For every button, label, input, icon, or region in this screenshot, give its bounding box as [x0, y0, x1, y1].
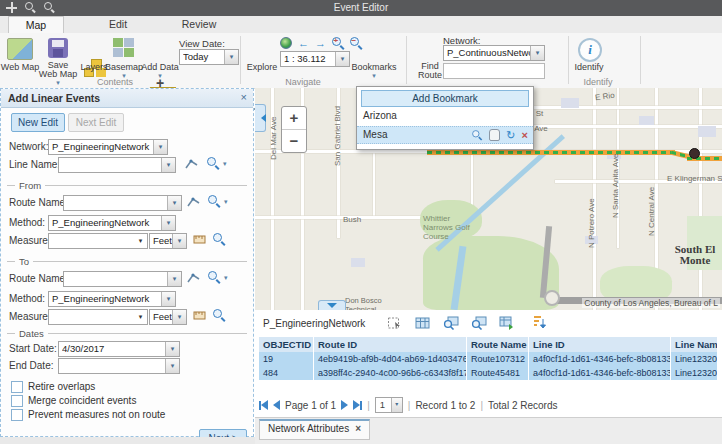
- last-page-button[interactable]: [353, 400, 362, 410]
- first-page-button[interactable]: [259, 400, 268, 410]
- line-zoom-icon[interactable]: [207, 157, 219, 169]
- attribute-table-icon[interactable]: [415, 316, 430, 330]
- map-zoom-in-button[interactable]: +: [282, 107, 306, 129]
- save-web-map-button[interactable]: Save Web Map: [38, 61, 78, 79]
- tab-map[interactable]: Map: [8, 16, 64, 34]
- retire-overlaps-checkbox[interactable]: [11, 381, 23, 393]
- chevron-down-icon[interactable]: ▾: [167, 196, 181, 210]
- web-map-button[interactable]: Web Map: [0, 63, 40, 72]
- chevron-down-icon[interactable]: ▾: [165, 359, 179, 373]
- select-line-on-map-icon[interactable]: [185, 158, 199, 170]
- from-unit-select[interactable]: Feet▾: [149, 233, 187, 249]
- column-header[interactable]: Line ID: [529, 337, 671, 353]
- tab-close-icon[interactable]: ×: [355, 423, 361, 434]
- route-search-input[interactable]: [443, 63, 545, 79]
- chevron-down-icon[interactable]: ▾: [335, 52, 349, 66]
- scale-select[interactable]: 1 : 36.112▾: [280, 51, 350, 67]
- chevron-down-icon[interactable]: ▾: [172, 310, 186, 324]
- identify-icon[interactable]: i: [578, 38, 602, 62]
- explore-button[interactable]: Explore: [244, 63, 280, 72]
- basemap-icon[interactable]: [113, 38, 135, 58]
- save-web-map-icon[interactable]: [48, 38, 68, 58]
- chevron-down-icon[interactable]: ▾: [530, 46, 544, 60]
- new-edit-button[interactable]: New Edit: [11, 113, 65, 132]
- line-name-field[interactable]: ▾: [58, 157, 176, 173]
- bookmark-refresh-icon[interactable]: ↻: [506, 130, 515, 140]
- tab-network-attributes[interactable]: Network Attributes×: [259, 419, 370, 440]
- bookmarks-button[interactable]: Bookmarks: [350, 63, 398, 72]
- chevron-down-icon[interactable]: ▾: [161, 158, 175, 172]
- to-route-name-field[interactable]: ▾: [63, 271, 182, 287]
- chevron-down-icon[interactable]: ▾: [167, 272, 181, 286]
- column-header[interactable]: OBJECTID: [259, 337, 314, 353]
- zoom-to-selection-icon[interactable]: [443, 316, 459, 330]
- to-route-zoom-dropdown-icon[interactable]: ▾: [224, 275, 228, 281]
- measure-ruler-icon[interactable]: [193, 234, 206, 245]
- chevron-down-icon[interactable]: ▾: [134, 310, 147, 324]
- end-date-field[interactable]: ▾: [58, 358, 180, 374]
- bookmark-pan-icon[interactable]: [489, 129, 500, 141]
- bookmark-zoom-icon[interactable]: [473, 130, 483, 140]
- network-select[interactable]: P_ContinuousNetwork▾: [443, 45, 545, 61]
- chevron-down-icon[interactable]: ▾: [161, 292, 175, 306]
- line-zoom-dropdown-icon[interactable]: ▾: [223, 161, 227, 167]
- zoom-out-tool-icon[interactable]: −: [350, 37, 362, 49]
- bookmark-item[interactable]: Arizona: [357, 108, 533, 124]
- table-collapse-arrow[interactable]: [318, 300, 346, 310]
- chevron-down-icon[interactable]: ▾: [391, 398, 402, 412]
- view-date-select[interactable]: Today▾: [179, 49, 239, 65]
- chevron-down-icon[interactable]: ▾: [165, 342, 179, 356]
- network-field[interactable]: P_EngineeringNetwork▾: [48, 139, 168, 155]
- to-route-zoom-icon[interactable]: [208, 271, 220, 283]
- chevron-down-icon[interactable]: ▾: [172, 234, 186, 248]
- zoom-in-tool-icon[interactable]: +: [332, 37, 344, 49]
- identify-button[interactable]: Identify: [570, 63, 608, 72]
- map-zoom-out-button[interactable]: −: [282, 129, 306, 152]
- panel-collapse-arrow[interactable]: [255, 104, 266, 132]
- table-row[interactable]: 484 a398ff4c-2940-4c00-96b6-c6343f8f1711…: [259, 366, 718, 381]
- bookmarks-dropdown-icon[interactable]: ▾: [350, 73, 398, 79]
- from-measure-field[interactable]: ▾: [48, 233, 148, 249]
- to-measure-zoom-icon[interactable]: [213, 309, 225, 321]
- previous-extent-icon[interactable]: ←: [298, 38, 309, 48]
- web-map-icon[interactable]: [7, 38, 33, 60]
- start-date-field[interactable]: 4/30/2017▾: [58, 341, 180, 357]
- chevron-down-icon[interactable]: ▾: [153, 140, 167, 154]
- from-route-name-field[interactable]: ▾: [63, 195, 182, 211]
- from-route-zoom-dropdown-icon[interactable]: ▾: [224, 199, 228, 205]
- previous-page-button[interactable]: [273, 400, 280, 410]
- select-route-on-map-icon[interactable]: [187, 272, 201, 284]
- switch-selection-icon[interactable]: [499, 316, 515, 330]
- tab-review[interactable]: Review: [168, 16, 230, 33]
- measure-ruler-icon[interactable]: [193, 310, 206, 321]
- tab-edit[interactable]: Edit: [90, 16, 146, 33]
- chevron-down-icon[interactable]: ▾: [161, 216, 175, 230]
- next-page-button[interactable]: [341, 400, 348, 410]
- from-route-zoom-icon[interactable]: [208, 195, 220, 207]
- chevron-down-icon[interactable]: ▾: [224, 50, 238, 64]
- full-extent-globe-icon[interactable]: [280, 37, 292, 49]
- add-bookmark-button[interactable]: Add Bookmark: [361, 90, 529, 107]
- to-method-field[interactable]: P_EngineeringNetwork▾: [48, 291, 176, 307]
- bookmark-delete-icon[interactable]: ×: [522, 130, 528, 140]
- from-method-field[interactable]: P_EngineeringNetwork▾: [48, 215, 176, 231]
- next-extent-icon[interactable]: →: [315, 38, 326, 48]
- pan-to-selection-icon[interactable]: [471, 316, 487, 330]
- panel-close-icon[interactable]: ×: [241, 91, 247, 103]
- column-header[interactable]: Route ID: [314, 337, 467, 353]
- save-web-map-dropdown-icon[interactable]: ▾: [38, 80, 78, 86]
- column-header[interactable]: Route Name: [467, 337, 529, 353]
- to-unit-select[interactable]: Feet▾: [149, 309, 187, 325]
- select-route-on-map-icon[interactable]: [187, 196, 201, 208]
- merge-coincident-checkbox[interactable]: [11, 395, 23, 407]
- to-measure-field[interactable]: ▾: [48, 309, 148, 325]
- sort-icon[interactable]: [531, 316, 547, 330]
- column-header[interactable]: Line Name: [671, 337, 718, 353]
- clear-selection-icon[interactable]: [387, 316, 402, 330]
- from-measure-zoom-icon[interactable]: [213, 233, 225, 245]
- prevent-measures-checkbox[interactable]: [11, 409, 23, 421]
- bookmark-item[interactable]: Mesa ↻ ×: [357, 126, 533, 144]
- table-row[interactable]: 19 4eb9419b-af9b-4d04-ab69-1d403476802b …: [259, 352, 718, 367]
- next-edit-button[interactable]: Next Edit: [68, 113, 124, 132]
- page-number-select[interactable]: 1▾: [375, 397, 403, 413]
